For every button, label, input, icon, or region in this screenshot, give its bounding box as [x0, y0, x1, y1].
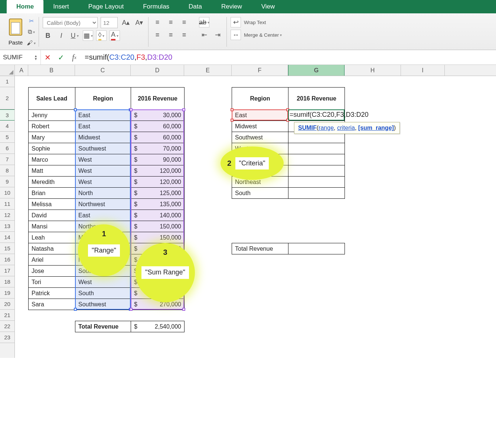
annotation-2-text: "Criteria": [235, 157, 269, 169]
cut-button[interactable]: ✂: [27, 17, 35, 24]
table-row: MarcoWest$90,000: [29, 154, 185, 165]
col-header-I[interactable]: I: [401, 65, 445, 76]
row-headers: 1234567891011121314151617181920212223: [0, 76, 15, 358]
tooltip-range-link[interactable]: range: [319, 125, 334, 131]
bold-button[interactable]: B: [43, 30, 53, 41]
summary-header-region: Region: [232, 88, 288, 110]
function-tooltip: SUMIF(range, criteria, [sum_range]): [294, 122, 400, 134]
font-color-button[interactable]: A: [110, 30, 120, 41]
col-header-F[interactable]: F: [232, 65, 288, 76]
fill-color-button[interactable]: ◊: [96, 30, 107, 41]
underline-button[interactable]: U: [69, 30, 80, 41]
row-header-21[interactable]: 21: [0, 310, 14, 321]
tab-home[interactable]: Home: [7, 0, 43, 13]
annotation-3-number: 3: [163, 248, 167, 257]
total-label-left: Total Revenue: [75, 321, 131, 332]
align-middle-button[interactable]: ≡: [166, 17, 176, 27]
align-center-button[interactable]: ≡: [166, 30, 176, 40]
tooltip-criteria-link[interactable]: criteria: [337, 125, 355, 131]
row-header-13[interactable]: 13: [0, 221, 14, 232]
col-header-A[interactable]: A: [15, 65, 28, 76]
copy-button[interactable]: ⧉: [27, 28, 35, 36]
table-row: MelissaNorthwest$135,000: [29, 199, 185, 210]
active-cell-formula: =sumif(C3:C20,F3,D3:D20: [290, 111, 369, 119]
table-row: BrianNorth$125,000: [29, 188, 185, 199]
annotation-2-number: 2: [227, 159, 231, 168]
annotation-3-text: "Sum Range": [141, 266, 189, 279]
tooltip-sumrange-link[interactable]: [sum_range]: [358, 125, 394, 131]
formula-input[interactable]: =sumif(C3:C20,F3,D3:D20: [81, 53, 496, 62]
row-header-8[interactable]: 8: [0, 165, 14, 176]
align-bottom-button[interactable]: ≡: [179, 17, 189, 27]
row-header-22[interactable]: 22: [0, 321, 14, 332]
annotation-bubble-2: 2 "Criteria": [221, 146, 284, 180]
row-header-18[interactable]: 18: [0, 276, 14, 287]
row-header-4[interactable]: 4: [0, 121, 14, 132]
borders-button[interactable]: ▦: [83, 30, 93, 41]
row-header-9[interactable]: 9: [0, 176, 14, 187]
decrease-font-button[interactable]: A▾: [134, 17, 144, 28]
col-header-H[interactable]: H: [345, 65, 401, 76]
col-header-G[interactable]: G: [288, 65, 345, 76]
italic-button[interactable]: I: [56, 30, 66, 41]
clipboard-icon: [7, 17, 24, 37]
name-box[interactable]: SUMIF ▲▼: [0, 50, 41, 65]
align-top-button[interactable]: ≡: [152, 17, 163, 27]
merge-center-button[interactable]: Merge & Center: [244, 32, 282, 38]
row-header-20[interactable]: 20: [0, 299, 14, 310]
table-row: SophieSouthwest$70,000: [29, 143, 185, 154]
formula-arg1: C3:C20: [109, 53, 134, 61]
paste-button[interactable]: [7, 17, 24, 37]
row-header-3[interactable]: 3: [0, 109, 14, 121]
row-header-17[interactable]: 17: [0, 265, 14, 276]
row-header-14[interactable]: 14: [0, 232, 14, 243]
table-row: JennyEast$30,000: [29, 110, 185, 121]
align-left-button[interactable]: ≡: [152, 30, 163, 40]
col-header-E[interactable]: E: [184, 65, 232, 76]
tab-insert[interactable]: Insert: [43, 0, 79, 13]
total-label-right: Total Revenue: [232, 243, 288, 254]
orientation-button[interactable]: ab: [199, 17, 209, 27]
name-box-stepper[interactable]: ▲▼: [34, 55, 37, 60]
tab-data[interactable]: Data: [179, 0, 212, 13]
decrease-indent-button[interactable]: ⇤: [199, 30, 209, 40]
sheet-area[interactable]: Sales Lead Region 2016 Revenue JennyEast…: [15, 76, 423, 358]
row-header-23[interactable]: 23: [0, 332, 14, 343]
row-header-12[interactable]: 12: [0, 210, 14, 221]
increase-font-button[interactable]: A▴: [121, 17, 131, 28]
name-box-value: SUMIF: [3, 54, 23, 61]
row-header-1[interactable]: 1: [0, 76, 14, 87]
row-header-2[interactable]: 2: [0, 87, 14, 109]
row-header-7[interactable]: 7: [0, 154, 14, 165]
row-header-11[interactable]: 11: [0, 198, 14, 210]
wrap-text-button[interactable]: Wrap Text: [244, 20, 266, 25]
tooltip-fn-link[interactable]: SUMIF: [298, 125, 317, 131]
row-header-15[interactable]: 15: [0, 243, 14, 254]
col-header-B[interactable]: B: [28, 65, 75, 76]
increase-indent-button[interactable]: ⇥: [212, 30, 223, 40]
formula-arg3: D3:D20: [147, 53, 172, 61]
annotation-1-text: "Range": [88, 244, 120, 257]
cancel-formula-button[interactable]: ✕: [41, 53, 54, 62]
enter-formula-button[interactable]: ✓: [54, 53, 68, 62]
tab-formulas[interactable]: Formulas: [133, 0, 179, 13]
font-name-select[interactable]: Calibri (Body): [43, 17, 98, 28]
font-size-input[interactable]: [101, 17, 118, 28]
row-header-10[interactable]: 10: [0, 187, 14, 198]
row-header-5[interactable]: 5: [0, 132, 14, 143]
align-right-button[interactable]: ≡: [179, 30, 189, 40]
row-header-6[interactable]: 6: [0, 143, 14, 154]
col-header-D[interactable]: D: [131, 65, 184, 76]
tab-page-layout[interactable]: Page Layout: [79, 0, 133, 13]
region-summary-table: Region 2016 Revenue EastMidwestSouthwest…: [232, 87, 345, 199]
select-all-button[interactable]: [0, 65, 15, 76]
row-header-16[interactable]: 16: [0, 254, 14, 265]
insert-function-button[interactable]: fx: [68, 53, 81, 62]
sales-header-revenue: 2016 Revenue: [131, 88, 185, 110]
tab-view[interactable]: View: [252, 0, 285, 13]
col-header-C[interactable]: C: [75, 65, 131, 76]
tab-review[interactable]: Review: [212, 0, 252, 13]
row-header-19[interactable]: 19: [0, 287, 14, 299]
format-painter-button[interactable]: 🖌: [27, 39, 35, 47]
total-revenue-left: Total Revenue $2,540,000: [75, 321, 185, 332]
